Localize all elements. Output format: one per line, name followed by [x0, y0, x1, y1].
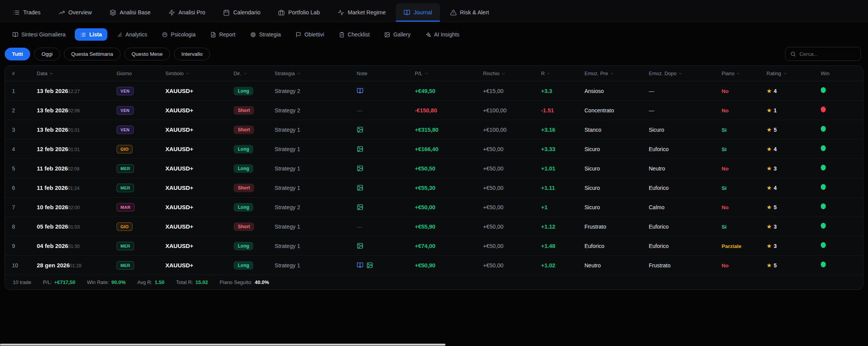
trade-date: 13 feb 2026 — [37, 126, 68, 133]
sort-chevron-icon — [501, 71, 506, 76]
table-row-10[interactable]: 1028 gen 202601:28MERXAUUSD+LongStrategy… — [5, 256, 863, 275]
table-row-3[interactable]: 313 feb 202601:01VENXAUUSD+ShortStrategy… — [5, 120, 863, 139]
column-header-dir[interactable]: Dir. — [234, 71, 275, 76]
date-filters: TuttiOggiQuesta SettimanaQuesto MeseInte… — [5, 48, 210, 60]
cell-risk: +€50,00 — [483, 243, 541, 250]
nav-tab-portfolio-lab[interactable]: Portfolio Lab — [270, 3, 327, 22]
table-row-9[interactable]: 904 feb 202601:30MERXAUUSD+LongStrategy … — [5, 236, 863, 256]
cell-plan: Parziale — [722, 243, 767, 250]
note-screenshot-icon[interactable] — [357, 184, 363, 191]
emotion-pre-label: Neutro — [584, 262, 601, 269]
filter-oggi[interactable]: Oggi — [34, 48, 60, 60]
r-multiple-value: +1.12 — [541, 224, 555, 230]
subtab-gallery[interactable]: Gallery — [379, 28, 416, 41]
search-box[interactable] — [785, 47, 861, 61]
trade-time: 02:06 — [68, 108, 80, 114]
cell-win — [821, 184, 856, 191]
cell-r-multiple: +3.16 — [541, 126, 584, 133]
nav-tab-trades[interactable]: Trades — [5, 3, 48, 22]
column-header-r[interactable]: R — [541, 71, 584, 76]
table-row-6[interactable]: 611 feb 202601:24MERXAUUSD+ShortStrategy… — [5, 178, 863, 198]
column-header-strategia[interactable]: Strategia — [275, 71, 357, 76]
subtab-psicologia[interactable]: Psicologia — [156, 28, 201, 41]
horizontal-scrollbar-thumb[interactable] — [0, 344, 445, 346]
pl-value: +€49,50 — [415, 88, 435, 94]
nav-tab-overview[interactable]: Overview — [51, 3, 100, 22]
note-journal-icon[interactable] — [357, 262, 363, 269]
note-screenshot-icon[interactable] — [357, 243, 363, 249]
subtab-checklist[interactable]: Checklist — [333, 28, 375, 41]
subtab-obiettivi[interactable]: Obiettivi — [290, 28, 330, 41]
subtab-sintesi-giornaliera[interactable]: Sintesi Giornaliera — [7, 28, 71, 41]
filter-questo-mese[interactable]: Questo Mese — [124, 48, 170, 60]
filter-intervallo[interactable]: Intervallo — [174, 48, 210, 60]
cell-note — [357, 204, 415, 210]
cell-day: MER — [117, 164, 165, 173]
cell-direction: Long — [234, 261, 275, 270]
direction-badge: Long — [234, 242, 253, 250]
note-screenshot-icon[interactable] — [366, 262, 373, 269]
star-icon: ★ — [767, 223, 772, 230]
column-header-simbolo[interactable]: Simbolo — [165, 71, 234, 76]
column-header-emoz-dopo[interactable]: Emoz. Dopo — [649, 71, 722, 76]
plan-followed-label: Si — [722, 224, 727, 230]
emotion-post-label: Euforico — [649, 146, 669, 152]
cell-win — [821, 165, 856, 172]
column-header-p-l[interactable]: P/L — [415, 71, 483, 76]
table-row-7[interactable]: 710 feb 202602:00MARXAUUSD+LongStrategy … — [5, 198, 863, 217]
nav-tab-calendario[interactable]: Calendario — [215, 3, 268, 22]
subtab-label: Report — [219, 31, 235, 38]
cell-day: MER — [117, 261, 165, 270]
cell-symbol: XAUUSD+ — [165, 204, 234, 211]
column-header-data[interactable]: Data — [37, 71, 117, 76]
search-input[interactable] — [799, 51, 856, 57]
cell-plan: No — [722, 262, 767, 269]
trend-icon — [58, 9, 65, 16]
table-row-2[interactable]: 213 feb 202602:06VENXAUUSD+ShortStrategy… — [5, 101, 863, 120]
row-number: 1 — [12, 88, 15, 94]
cell-pl: +€315,80 — [415, 126, 483, 133]
column-header-piano[interactable]: Piano — [722, 71, 767, 76]
subtab-analytics[interactable]: Analytics — [111, 28, 153, 41]
nav-tab-analisi-pro[interactable]: Analisi Pro — [161, 3, 213, 22]
cell-note — [357, 165, 415, 172]
table-row-4[interactable]: 412 feb 202601:01GIOXAUUSD+LongStrategy … — [5, 139, 863, 159]
cell-symbol: XAUUSD+ — [165, 146, 234, 153]
note-screenshot-icon[interactable] — [357, 146, 363, 152]
nav-tab-journal[interactable]: Journal — [396, 3, 440, 22]
win-indicator-dot — [821, 223, 826, 229]
note-screenshot-icon[interactable] — [357, 126, 363, 133]
table-row-5[interactable]: 511 feb 202602:08MERXAUUSD+LongStrategy … — [5, 159, 863, 178]
subtab-lista[interactable]: Lista — [75, 28, 107, 41]
subtab-strategia[interactable]: Strategia — [245, 28, 286, 41]
filter-questa-settimana[interactable]: Questa Settimana — [64, 48, 120, 60]
nav-tab-label: Journal — [414, 9, 432, 15]
column-header-rating[interactable]: Rating — [767, 71, 821, 76]
direction-badge: Long — [234, 261, 253, 270]
nav-tab-risk-alert[interactable]: Risk & Alert — [442, 3, 497, 22]
note-screenshot-icon[interactable] — [357, 165, 363, 172]
bar-chart-icon — [117, 32, 122, 38]
column-header-rischio[interactable]: Rischio — [483, 71, 541, 76]
risk-value: +€50,00 — [483, 224, 504, 230]
column-header-emoz-pre[interactable]: Emoz. Pre — [584, 71, 649, 76]
subtab-report[interactable]: Report — [205, 28, 241, 41]
filter-tutti[interactable]: Tutti — [5, 48, 30, 60]
cell-pl: +€55,90 — [415, 223, 483, 230]
table-row-1[interactable]: 113 feb 202612:27VENXAUUSD+LongStrategy … — [5, 81, 863, 101]
emotion-pre-label: Frustrato — [584, 224, 606, 230]
nav-tab-market-regime[interactable]: Market Regime — [330, 3, 394, 22]
note-screenshot-icon[interactable] — [357, 204, 363, 210]
cell-symbol: XAUUSD+ — [165, 88, 234, 95]
nav-tab-analisi-base[interactable]: Analisi Base — [102, 3, 158, 22]
subtab-label: Sintesi Giornaliera — [21, 31, 65, 38]
cell-r-multiple: +1.12 — [541, 223, 584, 230]
r-multiple-value: +3.16 — [541, 127, 555, 133]
subtab-ai-insights[interactable]: AI Insights — [420, 28, 465, 41]
r-multiple-value: +1.48 — [541, 243, 555, 249]
column-header-label: Data — [37, 71, 47, 76]
note-journal-icon[interactable] — [357, 88, 363, 94]
table-row-8[interactable]: 805 feb 202601:03GIOXAUUSD+ShortStrategy… — [5, 217, 863, 236]
summary-stat-value: 1.50 — [155, 279, 164, 285]
emotion-pre-label: Concentrato — [584, 107, 614, 114]
